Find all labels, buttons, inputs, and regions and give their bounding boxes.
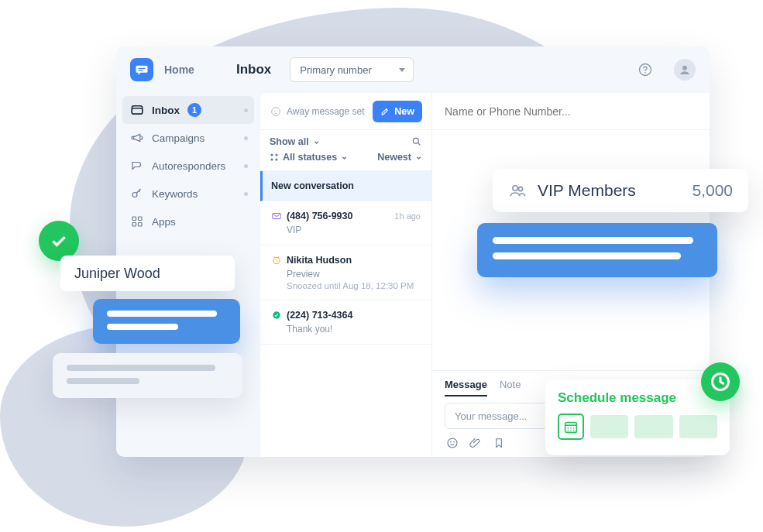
recipient-search-input[interactable]: [445, 105, 697, 118]
conversation-new[interactable]: New conversation: [260, 171, 431, 201]
svg-point-34: [570, 430, 572, 431]
svg-point-23: [448, 438, 457, 448]
svg-rect-6: [132, 108, 143, 115]
conv-title: New conversation: [271, 180, 354, 191]
search-icon[interactable]: [411, 136, 422, 147]
filter-row-2: All statuses Newest: [260, 150, 431, 171]
sidebar-item-label: Autoresponders: [152, 160, 225, 172]
sidebar-item-keywords[interactable]: Keywords: [122, 180, 254, 208]
filter-status[interactable]: All statuses: [270, 152, 348, 163]
filter-row-1: Show all: [260, 130, 431, 150]
svg-rect-20: [273, 214, 281, 219]
vip-title: VIP Members: [538, 181, 636, 200]
svg-rect-0: [139, 68, 146, 69]
conv-name: (224) 713-4364: [287, 310, 352, 321]
help-icon[interactable]: [635, 60, 655, 80]
conv-name: (484) 756-9930: [287, 211, 352, 221]
conv-preview: Preview: [271, 269, 421, 280]
sample-broadcast-message: [477, 223, 717, 277]
svg-point-12: [272, 107, 280, 115]
apps-icon: [130, 215, 144, 228]
conversation-item[interactable]: Nikita Hudson Preview Snoozed until Aug …: [260, 245, 431, 300]
conversation-item[interactable]: (224) 713-4364 Thank you!: [260, 300, 431, 345]
svg-rect-10: [132, 223, 136, 227]
snooze-icon: [271, 255, 282, 266]
svg-point-19: [275, 158, 277, 160]
attachment-icon[interactable]: [469, 437, 482, 449]
group-icon: [508, 181, 527, 200]
filter-show[interactable]: Show all: [270, 136, 320, 147]
envelope-icon: [271, 211, 282, 221]
sample-incoming-message: [53, 353, 242, 398]
svg-point-17: [275, 153, 277, 156]
svg-point-32: [573, 427, 575, 429]
message-input-placeholder: Your message...: [455, 410, 527, 422]
schedule-slot: [590, 415, 628, 438]
away-status[interactable]: Away message set: [270, 105, 365, 118]
app-header: Home Inbox Primary number: [116, 46, 710, 93]
sidebar-item-label: Apps: [152, 216, 176, 228]
schedule-title: Schedule message: [558, 390, 717, 406]
filter-sort-label: Newest: [377, 152, 411, 163]
svg-point-7: [132, 193, 137, 197]
filter-status-label: All statuses: [283, 152, 337, 163]
contact-name: Juniper Wood: [74, 266, 160, 282]
schedule-slot: [634, 415, 672, 438]
svg-rect-1: [139, 70, 143, 70]
calendar-icon: [558, 414, 584, 440]
tab-message[interactable]: Message: [445, 379, 487, 396]
bookmark-icon[interactable]: [493, 437, 505, 449]
vip-count: 5,000: [692, 181, 733, 200]
svg-point-24: [450, 441, 452, 443]
svg-point-18: [270, 158, 273, 160]
number-select[interactable]: Primary number: [290, 57, 414, 82]
sidebar-item-campaigns[interactable]: Campaigns: [122, 124, 254, 152]
home-link[interactable]: Home: [164, 63, 194, 76]
check-circle-icon: [271, 310, 282, 321]
svg-point-14: [277, 110, 277, 111]
svg-point-16: [270, 153, 273, 156]
schedule-message-card: Schedule message: [545, 379, 730, 455]
tab-note[interactable]: Note: [500, 379, 521, 396]
sidebar-item-autoresponders[interactable]: Autoresponders: [122, 152, 254, 180]
away-label: Away message set: [287, 106, 365, 117]
clock-badge: [701, 362, 740, 401]
svg-point-4: [682, 66, 687, 70]
conversation-item[interactable]: (484) 756-9930 1h ago VIP: [260, 201, 431, 245]
sidebar-item-apps[interactable]: Apps: [122, 208, 254, 235]
svg-point-27: [518, 187, 522, 190]
svg-point-33: [567, 430, 569, 431]
autoresponder-icon: [130, 159, 144, 173]
filter-sort[interactable]: Newest: [377, 152, 422, 163]
svg-point-13: [274, 110, 275, 111]
sidebar-item-label: Campaigns: [152, 132, 204, 144]
conv-time: 1h ago: [394, 211, 421, 221]
svg-point-25: [453, 441, 455, 443]
sample-outgoing-message: [93, 299, 240, 344]
vip-members-card: VIP Members 5,000: [493, 169, 748, 212]
conv-preview: Thank you!: [271, 324, 421, 335]
new-button[interactable]: New: [373, 101, 422, 122]
sidebar-item-label: Keywords: [152, 188, 198, 200]
conv-name: Nikita Hudson: [287, 255, 352, 266]
svg-rect-11: [139, 223, 143, 227]
sidebar-item-label: Inbox: [152, 105, 180, 116]
conv-snooze-info: Snoozed until Aug 18, 12:30 PM: [271, 281, 421, 290]
sidebar-item-inbox[interactable]: Inbox 1: [122, 96, 254, 124]
key-icon: [130, 187, 144, 201]
recipient-search-row: [432, 93, 710, 130]
svg-point-35: [573, 430, 575, 431]
sidebar-dot: [244, 192, 248, 196]
sidebar-dot: [244, 136, 248, 140]
megaphone-icon: [130, 131, 144, 145]
app-logo: [130, 58, 153, 81]
avatar[interactable]: [674, 59, 696, 81]
svg-point-31: [570, 427, 572, 429]
svg-rect-8: [132, 217, 136, 221]
svg-rect-9: [139, 217, 143, 221]
filter-show-label: Show all: [270, 136, 309, 147]
inbox-icon: [130, 103, 144, 117]
emoji-icon[interactable]: [446, 437, 459, 449]
svg-point-30: [567, 427, 569, 429]
svg-rect-5: [132, 106, 143, 115]
